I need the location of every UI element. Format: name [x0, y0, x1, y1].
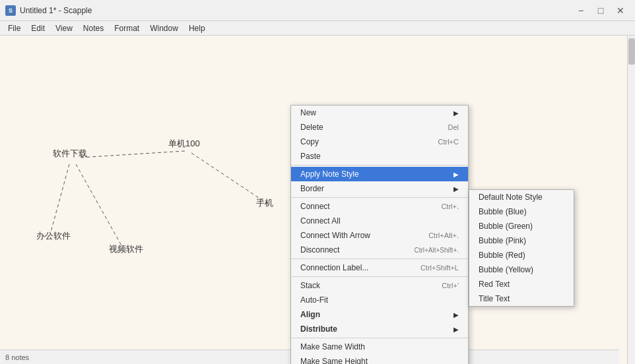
menubar: File Edit View Notes Format Window Help: [0, 21, 635, 36]
note-single-100[interactable]: 单机100: [168, 138, 200, 150]
ctx-new-arrow: ▶: [453, 109, 459, 117]
sub-bubble-yellow[interactable]: Bubble (Yellow): [469, 262, 574, 277]
minimize-button[interactable]: −: [572, 3, 590, 18]
sep-4: [291, 276, 468, 277]
main-area: 软件下载 单机100 手机 办公软件 视频软件 New ▶ Delete Del…: [0, 36, 635, 364]
sep-1: [291, 165, 468, 166]
ctx-new[interactable]: New ▶: [291, 106, 468, 120]
ctx-border-arrow: ▶: [453, 185, 459, 193]
ctx-distribute[interactable]: Distribute ▶: [291, 322, 468, 336]
sub-bubble-green[interactable]: Bubble (Green): [469, 219, 574, 233]
canvas[interactable]: 软件下载 单机100 手机 办公软件 视频软件 New ▶ Delete Del…: [0, 36, 627, 364]
sub-default-note-style[interactable]: Default Note Style: [469, 190, 574, 204]
sub-bubble-red[interactable]: Bubble (Red): [469, 248, 574, 262]
sub-red-text[interactable]: Red Text: [469, 277, 574, 291]
submenu-apply-note-style: Default Note Style Bubble (Blue) Bubble …: [469, 189, 574, 307]
ctx-align-arrow: ▶: [453, 311, 459, 318]
ctx-stack[interactable]: Stack Ctrl+': [291, 278, 468, 293]
maximize-button[interactable]: □: [591, 3, 610, 18]
titlebar: S Untitled 1* - Scapple − □ ✕: [0, 0, 635, 21]
context-menu: New ▶ Delete Del Copy Ctrl+C Paste Apply…: [290, 105, 469, 364]
svg-line-3: [76, 164, 122, 247]
sep-2: [291, 197, 468, 198]
sep-5: [291, 338, 468, 338]
svg-line-0: [79, 151, 185, 158]
sub-title-text[interactable]: Title Text: [469, 291, 574, 306]
ctx-make-same-width[interactable]: Make Same Width: [291, 340, 468, 354]
menu-format[interactable]: Format: [109, 22, 145, 34]
note-video-software[interactable]: 视频软件: [109, 243, 143, 255]
sub-bubble-pink[interactable]: Bubble (Pink): [469, 233, 574, 248]
ctx-connect[interactable]: Connect Ctrl+.: [291, 199, 468, 214]
app-icon: S: [5, 5, 16, 16]
note-mobile[interactable]: 手机: [256, 197, 273, 209]
menu-window[interactable]: Window: [145, 22, 184, 34]
ctx-delete[interactable]: Delete Del: [291, 120, 468, 135]
close-button[interactable]: ✕: [611, 3, 630, 18]
ctx-connection-label[interactable]: Connection Label... Ctrl+Shift+L: [291, 260, 468, 275]
svg-line-2: [50, 164, 69, 237]
scrollbar-thumb[interactable]: [628, 38, 635, 65]
ctx-auto-fit[interactable]: Auto-Fit: [291, 293, 468, 307]
ctx-copy[interactable]: Copy Ctrl+C: [291, 135, 468, 149]
ctx-border[interactable]: Border ▶: [291, 181, 468, 196]
menu-file[interactable]: File: [3, 22, 26, 34]
ctx-connect-all[interactable]: Connect All: [291, 214, 468, 228]
ctx-apply-note-style[interactable]: Apply Note Style ▶: [291, 167, 468, 181]
ctx-make-same-height[interactable]: Make Same Height: [291, 354, 468, 364]
ctx-apply-arrow: ▶: [453, 171, 459, 178]
ctx-align[interactable]: Align ▶: [291, 307, 468, 322]
scrollbar-right[interactable]: [627, 36, 635, 364]
note-office-software[interactable]: 办公软件: [36, 230, 71, 242]
menu-view[interactable]: View: [50, 22, 78, 34]
menu-help[interactable]: Help: [184, 22, 211, 34]
menu-notes[interactable]: Notes: [78, 22, 109, 34]
menu-edit[interactable]: Edit: [26, 22, 50, 34]
window-controls: − □ ✕: [572, 3, 630, 18]
ctx-connect-arrow[interactable]: Connect With Arrow Ctrl+Alt+.: [291, 228, 468, 243]
window-title: Untitled 1* - Scapple: [20, 6, 92, 15]
ctx-disconnect[interactable]: Disconnect Ctrl+Alt+Shift+.: [291, 243, 468, 257]
sep-3: [291, 258, 468, 259]
ctx-paste[interactable]: Paste: [291, 149, 468, 164]
notes-count: 8 notes: [5, 353, 29, 361]
note-software-download[interactable]: 软件下载: [53, 148, 87, 160]
ctx-distribute-arrow: ▶: [453, 326, 459, 333]
sub-bubble-blue[interactable]: Bubble (Blue): [469, 204, 574, 219]
